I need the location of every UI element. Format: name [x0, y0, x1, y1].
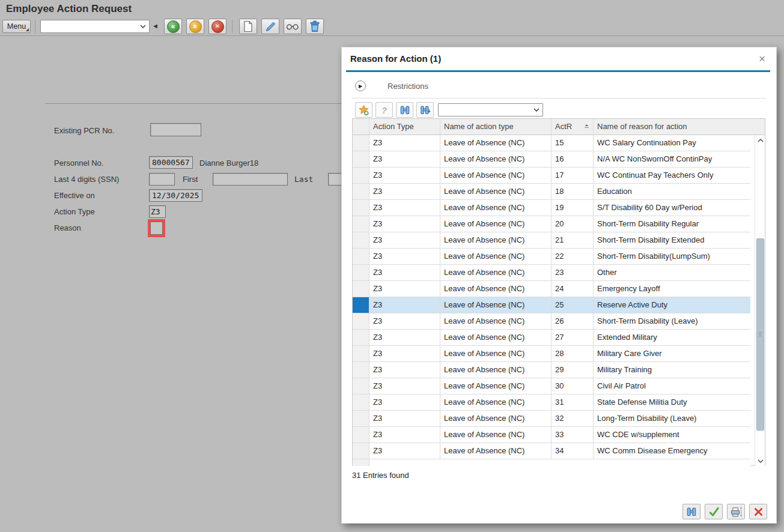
row-selector-cell[interactable] [353, 427, 369, 443]
filter-combobox[interactable] [438, 103, 543, 116]
dialog-confirm-button[interactable] [705, 504, 723, 519]
row-selector-cell[interactable] [353, 232, 369, 249]
row-selector-cell[interactable] [353, 330, 369, 346]
cell-actr: 19 [552, 200, 594, 216]
row-selector-cell[interactable] [353, 265, 369, 281]
cell-reason: WC Comm Disease Emergency [594, 443, 750, 459]
table-scrollbar[interactable] [755, 135, 765, 466]
table-row[interactable]: Z3 Leave of Absence (NC) 24 Emergency La… [353, 281, 750, 297]
cancel-icon: ✕ [211, 20, 224, 33]
table-row[interactable]: Z3 Leave of Absence (NC) 29 Military Tra… [353, 362, 750, 378]
row-selector-cell[interactable] [353, 249, 369, 265]
scrollbar-thumb[interactable] [756, 238, 764, 431]
personal-value-list-button[interactable] [355, 102, 372, 118]
effective-on-input[interactable] [149, 189, 202, 202]
header-name-of-action-type[interactable]: Name of action type [440, 119, 552, 135]
row-selector-cell[interactable] [353, 135, 369, 151]
cell-action-type: Z3 [369, 184, 440, 200]
header-name-of-reason[interactable]: Name of reason for action [594, 119, 751, 135]
exit-button[interactable]: « [186, 19, 204, 34]
cell-action-type: Z3 [369, 346, 440, 362]
display-button[interactable] [284, 19, 302, 34]
table-row[interactable]: Z3 Leave of Absence (NC) 25 Reserve Acti… [353, 297, 750, 313]
cell-actr: 21 [552, 232, 594, 249]
table-row[interactable]: Z3 Leave of Absence (NC) 16 N/A WC NonSw… [353, 151, 750, 168]
cell-actr: 34 [552, 443, 594, 459]
cell-action-name: Leave of Absence (NC) [440, 200, 552, 216]
cell-action-type: Z3 [369, 378, 440, 394]
transaction-combobox[interactable] [40, 20, 150, 33]
first-name-input[interactable] [213, 173, 288, 186]
row-selector-cell[interactable] [353, 313, 369, 330]
cell-action-name: Leave of Absence (NC) [440, 443, 552, 459]
table-row[interactable]: Z3 Leave of Absence (NC) 15 WC Salary Co… [353, 135, 750, 151]
table-row[interactable]: Z3 Leave of Absence (NC) 31 State Defens… [353, 394, 750, 411]
cell-action-type: Z3 [369, 135, 440, 151]
table-row[interactable]: Z3 Leave of Absence (NC) 27 Extended Mil… [353, 330, 750, 346]
cell-reason: Reserve Active Duty [594, 297, 750, 313]
effective-on-label: Effective on [54, 191, 95, 200]
row-selector-cell[interactable] [353, 362, 369, 378]
action-type-input[interactable] [149, 205, 166, 218]
row-selector-cell[interactable] [353, 168, 369, 184]
delete-button[interactable] [306, 19, 324, 34]
row-selector-cell[interactable] [353, 443, 369, 459]
cell-reason: Education [594, 184, 750, 200]
table-row[interactable]: Z3 Leave of Absence (NC) 23 Other [353, 265, 750, 281]
table-row[interactable]: Z3 Leave of Absence (NC) 34 WC Comm Dise… [353, 443, 750, 459]
help-button[interactable]: ? [375, 102, 393, 118]
table-row[interactable]: Z3 Leave of Absence (NC) 33 WC CDE w/sup… [353, 427, 750, 443]
dialog-print-button[interactable] [727, 504, 745, 519]
table-row[interactable]: Z3 Leave of Absence (NC) 21 Short-Term D… [353, 232, 750, 249]
green-checkmark-icon [708, 506, 720, 518]
row-selector-cell[interactable] [353, 216, 369, 232]
table-row[interactable]: Z3 Leave of Absence (NC) 18 Education [353, 184, 750, 200]
find-button[interactable] [396, 102, 413, 118]
dialog-title: Reason for Action (1) [350, 53, 441, 64]
row-selector-cell[interactable] [353, 394, 369, 411]
back-button[interactable]: « [164, 19, 182, 34]
table-row[interactable]: Z3 Leave of Absence (NC) 20 Short-Term D… [353, 216, 750, 232]
table-row[interactable]: Z3 Leave of Absence (NC) 28 Military Car… [353, 346, 750, 362]
dialog-find-button[interactable] [682, 504, 700, 519]
page-title: Employee Action Request [6, 3, 132, 15]
dialog-cancel-button[interactable] [749, 504, 767, 519]
row-selector-cell[interactable] [353, 346, 369, 362]
collapse-toolbar-icon[interactable]: ◄ [152, 23, 159, 29]
row-selector-cell[interactable] [353, 200, 369, 216]
menu-button[interactable]: Menu [2, 20, 31, 33]
row-selector-cell[interactable] [353, 411, 369, 427]
row-selector-cell[interactable] [353, 281, 369, 297]
chevron-down-icon[interactable] [533, 108, 539, 112]
scroll-down-icon[interactable] [755, 456, 765, 466]
reason-input-highlighted[interactable] [150, 222, 163, 235]
find-next-button[interactable] [416, 102, 434, 118]
chevron-down-icon[interactable] [140, 25, 146, 28]
cell-action-name: Leave of Absence (NC) [440, 378, 552, 394]
restrictions-expand-button[interactable]: ▶ [355, 80, 366, 91]
cell-reason: WC CDE w/supplement [594, 427, 750, 443]
printer-icon [730, 506, 743, 518]
row-selector-cell[interactable] [353, 184, 369, 200]
table-row[interactable]: Z3 Leave of Absence (NC) 26 Short-Term D… [353, 313, 750, 330]
table-row[interactable]: Z3 Leave of Absence (NC) 22 Short-Term D… [353, 249, 750, 265]
change-button[interactable] [261, 19, 279, 34]
row-selector-cell[interactable] [353, 297, 369, 313]
create-button[interactable] [239, 19, 257, 34]
table-row[interactable]: Z3 Leave of Absence (NC) 19 S/T Disabili… [353, 200, 750, 216]
ssn-input[interactable] [149, 173, 175, 186]
table-row[interactable]: Z3 Leave of Absence (NC) 32 Long-Term Di… [353, 411, 750, 427]
scroll-up-icon[interactable] [755, 135, 765, 145]
header-action-type[interactable]: Action Type [369, 119, 440, 135]
cancel-button[interactable]: ✕ [208, 19, 226, 34]
row-selector-cell[interactable] [353, 151, 369, 168]
row-selector-cell[interactable] [353, 378, 369, 394]
personnel-no-input[interactable] [149, 156, 193, 169]
table-row[interactable]: Z3 Leave of Absence (NC) 30 Civil Air Pa… [353, 378, 750, 394]
close-icon[interactable]: × [759, 53, 765, 64]
personnel-no-label: Personnel No. [54, 159, 103, 168]
existing-pcr-input[interactable] [150, 123, 201, 136]
table-row[interactable]: Z3 Leave of Absence (NC) 17 WC Continuat… [353, 168, 750, 184]
cell-actr: 16 [552, 151, 594, 168]
header-actr[interactable]: ActR [552, 119, 594, 135]
